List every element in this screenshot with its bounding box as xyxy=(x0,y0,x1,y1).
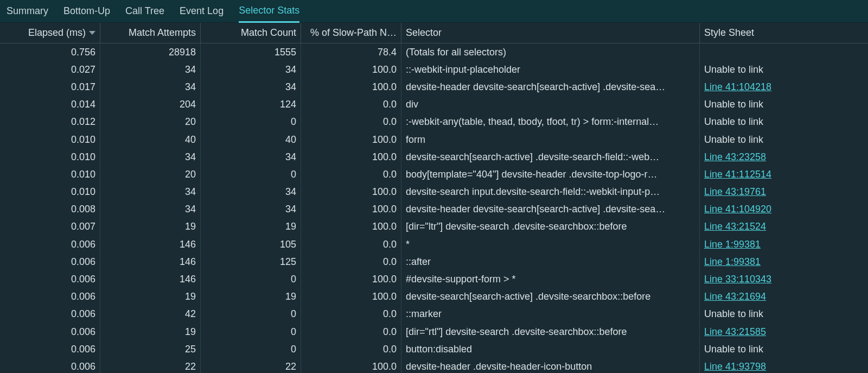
cell-slowpct: 100.0 xyxy=(301,184,401,201)
cell-attempts: 34 xyxy=(100,61,201,78)
column-header[interactable]: Elapsed (ms) xyxy=(0,23,100,43)
tab-bottom-up[interactable]: Bottom-Up xyxy=(63,0,110,22)
table-row[interactable]: 0.0122000.0:-webkit-any(table, thead, tb… xyxy=(0,113,868,131)
cell-selector: (Totals for all selectors) xyxy=(401,43,700,61)
cell-attempts: 146 xyxy=(100,253,201,270)
cell-selector: #devsite-support-form > * xyxy=(401,270,700,288)
column-header[interactable]: Style Sheet xyxy=(700,23,868,43)
cell-elapsed: 0.008 xyxy=(0,201,100,218)
table-row[interactable]: 0.0061461050.0*Line 1:99381 xyxy=(0,236,868,253)
cell-count: 0 xyxy=(201,306,301,323)
table-row[interactable]: 0.0083434100.0devsite-header devsite-sea… xyxy=(0,201,868,218)
cell-selector: * xyxy=(401,236,700,253)
table-row[interactable]: 0.0061900.0[dir="rtl"] devsite-search .d… xyxy=(0,323,868,340)
table-row[interactable]: 0.0061461250.0::afterLine 1:99381 xyxy=(0,253,868,270)
tab-summary[interactable]: Summary xyxy=(7,0,48,22)
cell-selector: div xyxy=(401,96,700,113)
cell-slowpct: 100.0 xyxy=(301,61,401,78)
tab-selector-stats[interactable]: Selector Stats xyxy=(239,1,299,23)
cell-count: 0 xyxy=(201,166,301,183)
table-row[interactable]: 0.0103434100.0devsite-search input.devsi… xyxy=(0,184,868,201)
tab-event-log[interactable]: Event Log xyxy=(180,0,224,22)
cell-slowpct: 0.0 xyxy=(301,166,401,183)
cell-slowpct: 100.0 xyxy=(301,218,401,236)
column-header-label: Style Sheet xyxy=(704,27,754,39)
cell-stylesheet: Line 41:112514 xyxy=(700,166,868,183)
cell-attempts: 204 xyxy=(100,96,201,113)
cell-count: 22 xyxy=(201,358,301,373)
cell-count: 0 xyxy=(201,113,301,131)
stylesheet-link[interactable]: Line 41:104920 xyxy=(704,204,771,215)
tab-call-tree[interactable]: Call Tree xyxy=(125,0,164,22)
cell-slowpct: 78.4 xyxy=(301,43,401,61)
cell-count: 0 xyxy=(201,340,301,358)
cell-selector: devsite-header devsite-search[search-act… xyxy=(401,78,700,96)
table-row[interactable]: 0.0102000.0body[template="404"] devsite-… xyxy=(0,166,868,183)
cell-elapsed: 0.006 xyxy=(0,236,100,253)
cell-stylesheet: Line 43:19761 xyxy=(700,184,868,201)
cell-stylesheet: Line 41:104218 xyxy=(700,78,868,96)
stylesheet-link[interactable]: Line 1:99381 xyxy=(704,239,761,250)
stylesheet-link[interactable]: Line 43:21694 xyxy=(704,291,766,302)
stylesheet-link[interactable]: Line 41:93798 xyxy=(704,361,766,372)
cell-count: 19 xyxy=(201,288,301,306)
table-row[interactable]: 0.0071919100.0[dir="ltr"] devsite-search… xyxy=(0,218,868,236)
column-header-label: % of Slow-Path N… xyxy=(310,27,397,39)
cell-attempts: 20 xyxy=(100,166,201,183)
cell-count: 105 xyxy=(201,236,301,253)
stylesheet-link[interactable]: Line 43:19761 xyxy=(704,186,766,198)
table-row[interactable]: 0.0103434100.0devsite-search[search-acti… xyxy=(0,148,868,166)
table-row[interactable]: 0.0142041240.0divUnable to link xyxy=(0,96,868,113)
cell-elapsed: 0.007 xyxy=(0,218,100,236)
stylesheet-link[interactable]: Line 43:21524 xyxy=(704,221,766,232)
cell-selector: ::marker xyxy=(401,306,700,323)
cell-slowpct: 100.0 xyxy=(301,358,401,373)
stylesheet-link[interactable]: Line 41:104218 xyxy=(704,81,771,93)
cell-stylesheet: Line 33:110343 xyxy=(700,270,868,288)
cell-attempts: 19 xyxy=(100,323,201,340)
column-header-label: Match Count xyxy=(241,27,296,39)
cell-slowpct: 0.0 xyxy=(301,340,401,358)
table-row[interactable]: 0.0061919100.0devsite-search[search-acti… xyxy=(0,288,868,306)
cell-count: 34 xyxy=(201,61,301,78)
table-row[interactable]: 0.0062222100.0devsite-header .devsite-he… xyxy=(0,358,868,373)
column-header[interactable]: Match Count xyxy=(201,23,301,43)
table-row[interactable]: 0.75628918155578.4(Totals for all select… xyxy=(0,43,868,61)
column-header[interactable]: Match Attempts xyxy=(100,23,201,43)
sort-desc-icon xyxy=(89,31,95,35)
cell-stylesheet: Line 43:21694 xyxy=(700,288,868,306)
cell-slowpct: 0.0 xyxy=(301,253,401,270)
column-header-label: Selector xyxy=(406,27,442,39)
cell-elapsed: 0.006 xyxy=(0,253,100,270)
stylesheet-link[interactable]: Line 41:112514 xyxy=(704,169,771,180)
cell-slowpct: 0.0 xyxy=(301,96,401,113)
table-row[interactable]: 0.0062500.0button:disabledUnable to link xyxy=(0,340,868,358)
cell-attempts: 146 xyxy=(100,270,201,288)
cell-selector: devsite-search input.devsite-search-fiel… xyxy=(401,184,700,201)
column-header-label: Match Attempts xyxy=(129,27,196,39)
stylesheet-link[interactable]: Line 33:110343 xyxy=(704,274,771,285)
cell-elapsed: 0.006 xyxy=(0,270,100,288)
cell-stylesheet: Unable to link xyxy=(700,306,868,323)
stylesheet-link[interactable]: Line 43:21585 xyxy=(704,326,766,338)
table-row[interactable]: 0.0064200.0::markerUnable to link xyxy=(0,306,868,323)
cell-slowpct: 0.0 xyxy=(301,113,401,131)
cell-attempts: 28918 xyxy=(100,43,201,61)
cell-elapsed: 0.012 xyxy=(0,113,100,131)
cell-elapsed: 0.014 xyxy=(0,96,100,113)
cell-elapsed: 0.010 xyxy=(0,131,100,148)
column-header[interactable]: Selector xyxy=(401,23,700,43)
table-row[interactable]: 0.0173434100.0devsite-header devsite-sea… xyxy=(0,78,868,96)
table-row[interactable]: 0.0061460100.0#devsite-support-form > *L… xyxy=(0,270,868,288)
table-row[interactable]: 0.0273434100.0::-webkit-input-placeholde… xyxy=(0,61,868,78)
cell-stylesheet: Line 41:104920 xyxy=(700,201,868,218)
stylesheet-link[interactable]: Line 1:99381 xyxy=(704,256,761,268)
cell-attempts: 22 xyxy=(100,358,201,373)
table-row[interactable]: 0.0104040100.0formUnable to link xyxy=(0,131,868,148)
stylesheet-link[interactable]: Line 43:23258 xyxy=(704,151,766,163)
cell-slowpct: 100.0 xyxy=(301,270,401,288)
cell-slowpct: 0.0 xyxy=(301,236,401,253)
column-header[interactable]: % of Slow-Path N… xyxy=(301,23,401,43)
cell-stylesheet: Line 43:21524 xyxy=(700,218,868,236)
table-header: Elapsed (ms)Match AttemptsMatch Count% o… xyxy=(0,23,868,43)
